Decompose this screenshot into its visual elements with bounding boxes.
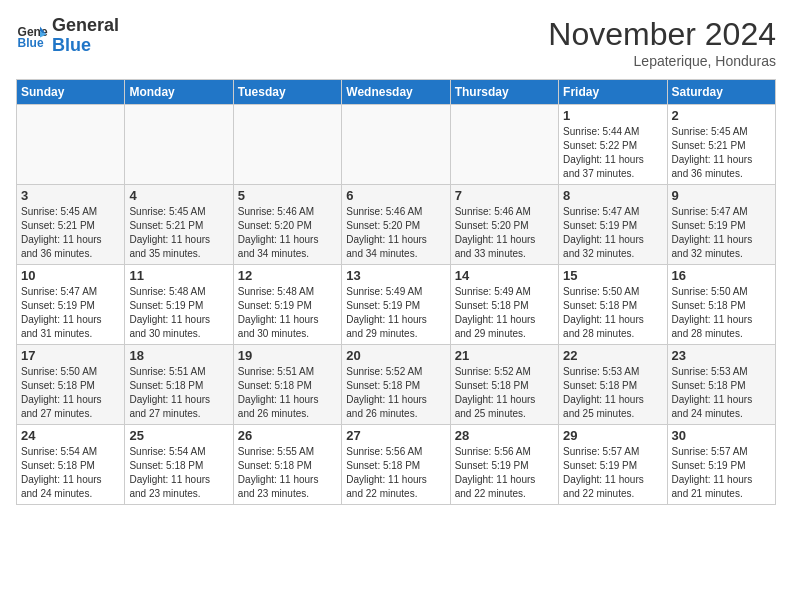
day-info: Sunrise: 5:51 AMSunset: 5:18 PMDaylight:… [238,365,337,421]
day-number: 18 [129,348,228,363]
day-number: 1 [563,108,662,123]
day-number: 13 [346,268,445,283]
empty-day-cell [17,105,125,185]
day-info: Sunrise: 5:55 AMSunset: 5:18 PMDaylight:… [238,445,337,501]
day-cell: 30Sunrise: 5:57 AMSunset: 5:19 PMDayligh… [667,425,775,505]
day-number: 17 [21,348,120,363]
weekday-header: Tuesday [233,80,341,105]
empty-day-cell [342,105,450,185]
day-info: Sunrise: 5:45 AMSunset: 5:21 PMDaylight:… [672,125,771,181]
day-number: 3 [21,188,120,203]
day-number: 21 [455,348,554,363]
day-cell: 14Sunrise: 5:49 AMSunset: 5:18 PMDayligh… [450,265,558,345]
page-header: General Blue General Blue November 2024 … [16,16,776,69]
day-cell: 2Sunrise: 5:45 AMSunset: 5:21 PMDaylight… [667,105,775,185]
empty-day-cell [450,105,558,185]
day-cell: 7Sunrise: 5:46 AMSunset: 5:20 PMDaylight… [450,185,558,265]
day-number: 26 [238,428,337,443]
day-info: Sunrise: 5:46 AMSunset: 5:20 PMDaylight:… [455,205,554,261]
day-number: 25 [129,428,228,443]
day-cell: 3Sunrise: 5:45 AMSunset: 5:21 PMDaylight… [17,185,125,265]
day-info: Sunrise: 5:53 AMSunset: 5:18 PMDaylight:… [672,365,771,421]
day-info: Sunrise: 5:52 AMSunset: 5:18 PMDaylight:… [455,365,554,421]
day-number: 28 [455,428,554,443]
day-info: Sunrise: 5:47 AMSunset: 5:19 PMDaylight:… [672,205,771,261]
calendar-table: SundayMondayTuesdayWednesdayThursdayFrid… [16,79,776,505]
logo-text: General Blue [52,16,119,56]
day-number: 16 [672,268,771,283]
svg-text:Blue: Blue [18,36,44,50]
day-info: Sunrise: 5:49 AMSunset: 5:19 PMDaylight:… [346,285,445,341]
day-number: 24 [21,428,120,443]
day-cell: 13Sunrise: 5:49 AMSunset: 5:19 PMDayligh… [342,265,450,345]
empty-day-cell [233,105,341,185]
day-info: Sunrise: 5:54 AMSunset: 5:18 PMDaylight:… [21,445,120,501]
day-info: Sunrise: 5:56 AMSunset: 5:18 PMDaylight:… [346,445,445,501]
day-cell: 17Sunrise: 5:50 AMSunset: 5:18 PMDayligh… [17,345,125,425]
day-info: Sunrise: 5:57 AMSunset: 5:19 PMDaylight:… [672,445,771,501]
calendar-week-row: 1Sunrise: 5:44 AMSunset: 5:22 PMDaylight… [17,105,776,185]
day-number: 9 [672,188,771,203]
day-number: 8 [563,188,662,203]
day-number: 22 [563,348,662,363]
day-info: Sunrise: 5:49 AMSunset: 5:18 PMDaylight:… [455,285,554,341]
day-number: 7 [455,188,554,203]
day-cell: 29Sunrise: 5:57 AMSunset: 5:19 PMDayligh… [559,425,667,505]
day-cell: 6Sunrise: 5:46 AMSunset: 5:20 PMDaylight… [342,185,450,265]
day-cell: 21Sunrise: 5:52 AMSunset: 5:18 PMDayligh… [450,345,558,425]
day-info: Sunrise: 5:50 AMSunset: 5:18 PMDaylight:… [672,285,771,341]
day-number: 6 [346,188,445,203]
day-cell: 16Sunrise: 5:50 AMSunset: 5:18 PMDayligh… [667,265,775,345]
day-info: Sunrise: 5:47 AMSunset: 5:19 PMDaylight:… [563,205,662,261]
day-cell: 28Sunrise: 5:56 AMSunset: 5:19 PMDayligh… [450,425,558,505]
day-info: Sunrise: 5:48 AMSunset: 5:19 PMDaylight:… [129,285,228,341]
day-cell: 12Sunrise: 5:48 AMSunset: 5:19 PMDayligh… [233,265,341,345]
day-info: Sunrise: 5:57 AMSunset: 5:19 PMDaylight:… [563,445,662,501]
calendar-week-row: 17Sunrise: 5:50 AMSunset: 5:18 PMDayligh… [17,345,776,425]
weekday-header: Thursday [450,80,558,105]
logo: General Blue General Blue [16,16,119,56]
day-cell: 27Sunrise: 5:56 AMSunset: 5:18 PMDayligh… [342,425,450,505]
day-number: 19 [238,348,337,363]
day-cell: 25Sunrise: 5:54 AMSunset: 5:18 PMDayligh… [125,425,233,505]
day-number: 27 [346,428,445,443]
weekday-header: Sunday [17,80,125,105]
day-cell: 19Sunrise: 5:51 AMSunset: 5:18 PMDayligh… [233,345,341,425]
day-cell: 18Sunrise: 5:51 AMSunset: 5:18 PMDayligh… [125,345,233,425]
day-info: Sunrise: 5:50 AMSunset: 5:18 PMDaylight:… [563,285,662,341]
day-info: Sunrise: 5:54 AMSunset: 5:18 PMDaylight:… [129,445,228,501]
day-info: Sunrise: 5:45 AMSunset: 5:21 PMDaylight:… [21,205,120,261]
empty-day-cell [125,105,233,185]
day-number: 15 [563,268,662,283]
day-cell: 9Sunrise: 5:47 AMSunset: 5:19 PMDaylight… [667,185,775,265]
day-number: 2 [672,108,771,123]
day-number: 30 [672,428,771,443]
day-cell: 26Sunrise: 5:55 AMSunset: 5:18 PMDayligh… [233,425,341,505]
day-cell: 15Sunrise: 5:50 AMSunset: 5:18 PMDayligh… [559,265,667,345]
day-cell: 10Sunrise: 5:47 AMSunset: 5:19 PMDayligh… [17,265,125,345]
day-cell: 11Sunrise: 5:48 AMSunset: 5:19 PMDayligh… [125,265,233,345]
day-number: 14 [455,268,554,283]
day-number: 4 [129,188,228,203]
day-number: 11 [129,268,228,283]
day-cell: 22Sunrise: 5:53 AMSunset: 5:18 PMDayligh… [559,345,667,425]
weekday-header: Monday [125,80,233,105]
day-number: 5 [238,188,337,203]
day-info: Sunrise: 5:51 AMSunset: 5:18 PMDaylight:… [129,365,228,421]
day-number: 29 [563,428,662,443]
day-info: Sunrise: 5:56 AMSunset: 5:19 PMDaylight:… [455,445,554,501]
day-info: Sunrise: 5:46 AMSunset: 5:20 PMDaylight:… [238,205,337,261]
day-number: 12 [238,268,337,283]
day-cell: 24Sunrise: 5:54 AMSunset: 5:18 PMDayligh… [17,425,125,505]
day-info: Sunrise: 5:48 AMSunset: 5:19 PMDaylight:… [238,285,337,341]
day-number: 23 [672,348,771,363]
calendar-week-row: 10Sunrise: 5:47 AMSunset: 5:19 PMDayligh… [17,265,776,345]
day-info: Sunrise: 5:52 AMSunset: 5:18 PMDaylight:… [346,365,445,421]
day-cell: 20Sunrise: 5:52 AMSunset: 5:18 PMDayligh… [342,345,450,425]
calendar-week-row: 24Sunrise: 5:54 AMSunset: 5:18 PMDayligh… [17,425,776,505]
day-info: Sunrise: 5:47 AMSunset: 5:19 PMDaylight:… [21,285,120,341]
location-subtitle: Lepaterique, Honduras [548,53,776,69]
day-info: Sunrise: 5:50 AMSunset: 5:18 PMDaylight:… [21,365,120,421]
day-cell: 5Sunrise: 5:46 AMSunset: 5:20 PMDaylight… [233,185,341,265]
day-cell: 8Sunrise: 5:47 AMSunset: 5:19 PMDaylight… [559,185,667,265]
